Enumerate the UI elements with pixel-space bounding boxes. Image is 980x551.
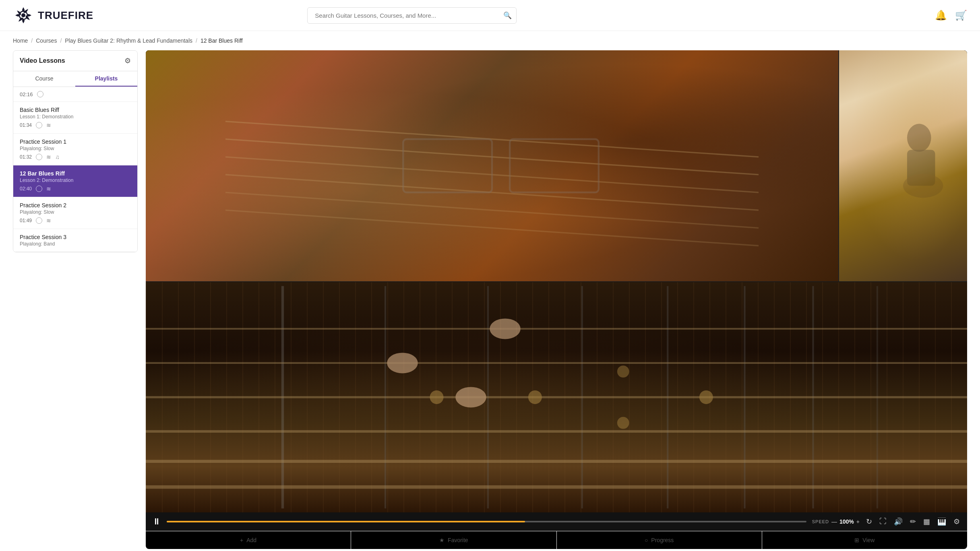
header: TRUEFIRE 🔍 🔔 🛒 xyxy=(0,0,980,31)
list-item[interactable]: 12 Bar Blues Riff Lesson 2: Demonstratio… xyxy=(13,165,137,197)
breadcrumb-courses[interactable]: Courses xyxy=(36,37,57,44)
lesson-duration: 01:34 xyxy=(20,122,32,128)
fretboard-overlay xyxy=(146,282,967,512)
tab-playlists[interactable]: Playlists xyxy=(75,71,137,87)
speed-decrease-button[interactable]: — xyxy=(831,518,837,525)
lesson-duration: 02:40 xyxy=(20,186,32,192)
progress-button[interactable]: ○ Progress xyxy=(557,531,762,549)
notification-icon: 🔔 xyxy=(935,10,947,21)
breadcrumb: Home / Courses / Play Blues Guitar 2: Rh… xyxy=(0,31,980,50)
volume-button[interactable]: 🔊 xyxy=(893,516,904,527)
fullscreen-icon: ⛶ xyxy=(879,517,887,525)
video-top-section xyxy=(146,50,967,281)
breadcrumb-sep-1: / xyxy=(31,37,33,44)
lesson-duration: 01:32 xyxy=(20,154,32,160)
search-bar: 🔍 xyxy=(307,7,517,24)
bottom-action-bar: + Add ★ Favorite ○ Progress ⊞ View xyxy=(146,531,967,549)
notation-button[interactable]: 🎹 xyxy=(937,516,947,527)
add-label: Add xyxy=(246,537,256,543)
video-settings-button[interactable]: ⚙ xyxy=(953,516,961,527)
breadcrumb-course-name[interactable]: Play Blues Guitar 2: Rhythm & Lead Funda… xyxy=(65,37,192,44)
lesson-title: Practice Session 2 xyxy=(20,202,131,208)
video-side-camera xyxy=(838,50,967,281)
breadcrumb-sep-3: / xyxy=(196,37,197,44)
list-item[interactable]: Practice Session 3 Playalong: Band xyxy=(13,229,137,252)
svg-point-32 xyxy=(387,353,418,373)
svg-point-10 xyxy=(907,124,931,152)
svg-rect-9 xyxy=(510,139,599,192)
lesson-meta: 01:32 ≋ ♫ xyxy=(20,154,131,160)
pause-button[interactable]: ⏸ xyxy=(152,516,161,527)
fullscreen-button[interactable]: ⛶ xyxy=(879,516,887,526)
notes-icon: ≋ xyxy=(46,122,51,128)
svg-point-30 xyxy=(617,417,629,429)
lesson-subtitle: Playalong: Slow xyxy=(20,146,131,151)
progress-icon: ○ xyxy=(645,537,648,543)
search-input[interactable] xyxy=(307,7,517,24)
speed-control: SPEED — 100% + xyxy=(812,518,860,525)
video-main-camera xyxy=(146,50,838,281)
search-icon: 🔍 xyxy=(503,12,512,19)
cart-icon: 🛒 xyxy=(955,10,967,21)
add-icon: + xyxy=(240,537,243,543)
svg-point-28 xyxy=(528,390,542,404)
lesson-subtitle: Playalong: Band xyxy=(20,241,131,247)
favorite-button[interactable]: ★ Favorite xyxy=(351,531,556,549)
grid-button[interactable]: ▦ xyxy=(922,516,931,527)
progress-bar[interactable] xyxy=(167,521,806,522)
pause-icon: ⏸ xyxy=(152,516,161,526)
list-item[interactable]: Practice Session 1 Playalong: Slow 01:32… xyxy=(13,134,137,165)
guitar-strings-overlay xyxy=(146,50,838,281)
sidebar-header: Video Lessons ⚙ xyxy=(13,51,137,71)
logo-text: TRUEFIRE xyxy=(38,9,93,22)
view-button[interactable]: ⊞ View xyxy=(762,531,967,549)
speed-value: 100% xyxy=(839,518,854,525)
speed-label: SPEED xyxy=(812,519,829,524)
sidebar-title: Video Lessons xyxy=(20,57,65,64)
svg-point-33 xyxy=(455,387,486,407)
lesson-meta: 01:49 ≋ xyxy=(20,217,131,224)
speed-increase-button[interactable]: + xyxy=(856,518,860,525)
lesson-meta: 02:40 ≋ xyxy=(20,186,131,192)
music-icon: ♫ xyxy=(55,154,60,160)
lesson-title: Basic Blues Riff xyxy=(20,107,131,113)
lesson-title: Practice Session 1 xyxy=(20,138,131,145)
tab-course[interactable]: Course xyxy=(13,71,75,87)
completion-circle-icon xyxy=(36,217,42,224)
notation-icon: 🎹 xyxy=(937,518,946,526)
notification-button[interactable]: 🔔 xyxy=(935,10,947,21)
guitarist-overlay xyxy=(839,50,967,281)
breadcrumb-home[interactable]: Home xyxy=(13,37,28,44)
lesson-duration: 02:16 xyxy=(20,91,33,97)
list-item[interactable]: 02:16 xyxy=(13,87,137,102)
favorite-icon: ★ xyxy=(439,537,445,543)
list-item[interactable]: Basic Blues Riff Lesson 1: Demonstration… xyxy=(13,102,137,134)
list-item[interactable]: Practice Session 2 Playalong: Slow 01:49… xyxy=(13,197,137,229)
grid-icon: ▦ xyxy=(923,518,930,526)
search-button[interactable]: 🔍 xyxy=(503,11,512,20)
volume-icon: 🔊 xyxy=(894,518,903,526)
svg-line-6 xyxy=(225,192,759,228)
svg-point-29 xyxy=(617,365,629,378)
annotate-icon: ✏ xyxy=(910,518,916,526)
tab-bar: Course Playlists xyxy=(13,71,137,87)
loop-button[interactable]: ↻ xyxy=(865,516,873,527)
add-button[interactable]: + Add xyxy=(146,531,351,549)
logo-link[interactable]: TRUEFIRE xyxy=(13,5,93,26)
video-frame xyxy=(146,50,967,512)
lesson-meta: 01:34 ≋ xyxy=(20,122,131,128)
completion-circle-icon xyxy=(36,154,42,160)
lesson-subtitle: Lesson 1: Demonstration xyxy=(20,114,131,120)
video-player: ⏸ SPEED — 100% + ↻ ⛶ 🔊 ✏ xyxy=(146,50,967,549)
breadcrumb-current: 12 Bar Blues Riff xyxy=(201,37,243,44)
completion-circle-icon xyxy=(36,122,42,128)
annotate-button[interactable]: ✏ xyxy=(909,516,917,527)
video-bottom-section xyxy=(146,281,967,512)
main-layout: Video Lessons ⚙ Course Playlists 02:16 B… xyxy=(0,50,980,551)
breadcrumb-sep-2: / xyxy=(60,37,62,44)
lesson-title: 12 Bar Blues Riff xyxy=(20,170,131,177)
lesson-title: Practice Session 3 xyxy=(20,234,131,240)
cart-button[interactable]: 🛒 xyxy=(955,10,967,21)
sidebar-gear-button[interactable]: ⚙ xyxy=(124,56,131,65)
progress-filled xyxy=(167,521,525,522)
